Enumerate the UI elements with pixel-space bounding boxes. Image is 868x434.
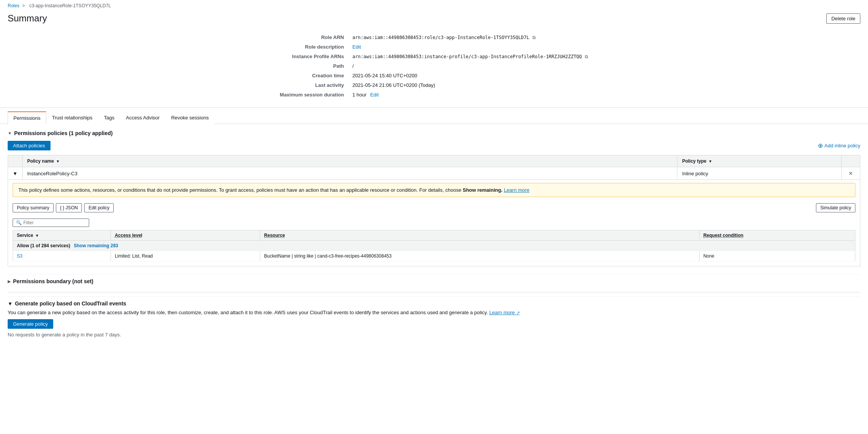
max-session-label: Maximum session duration: [277, 90, 349, 99]
filter-search-icon: 🔍: [16, 220, 22, 225]
policy-name-cell: InstanceRolePolicy-C3: [22, 167, 677, 180]
summary-row-arn: Role ARN arn:aws:iam::449806308453:role/…: [277, 33, 591, 42]
tabs: Permissions Trust relationships Tags Acc…: [8, 111, 860, 124]
policy-summary-button[interactable]: Policy summary: [13, 203, 54, 212]
cloudtrail-header[interactable]: ▼ Generate policy based on CloudTrail ev…: [8, 300, 853, 307]
policy-type-header: Policy type ▼: [677, 155, 842, 167]
breadcrumb: Roles > c3-app-InstanceRole-1TSOYY35QLD7…: [0, 0, 868, 11]
inner-service-cell: S3: [13, 251, 111, 261]
policy-warning-box: This policy defines some actions, resour…: [13, 183, 855, 197]
permissions-boundary-section: ▶ Permissions boundary (not set): [8, 274, 860, 288]
attach-policies-button[interactable]: Attach policies: [8, 141, 51, 150]
filter-input[interactable]: [23, 220, 85, 225]
permissions-toolbar: Attach policies ⊕ Add inline policy: [8, 141, 860, 150]
last-activity-value: 2021-05-24 21:06 UTC+0200 (Today): [349, 81, 591, 90]
creation-time-value: 2021-05-24 15:40 UTC+0200: [349, 71, 591, 80]
tab-permissions[interactable]: Permissions: [8, 111, 46, 124]
policy-expanded-row: This policy defines some actions, resour…: [8, 180, 860, 266]
policy-table: Policy name ▼ Policy type ▼ ▼ Insta: [8, 155, 860, 266]
breadcrumb-current: c3-app-InstanceRole-1TSOYY35QLD7L: [29, 3, 111, 8]
inner-resource-header: Resource: [260, 230, 700, 241]
summary-row-description: Role description Edit: [277, 42, 591, 51]
expand-col-header: [8, 155, 23, 167]
cloudtrail-chevron-icon: ▼: [8, 301, 13, 307]
tab-tags[interactable]: Tags: [98, 111, 120, 124]
inner-condition-header: Request condition: [699, 230, 855, 241]
creation-time-label: Creation time: [277, 71, 349, 80]
s3-service-link[interactable]: S3: [17, 253, 23, 259]
summary-section: Role ARN arn:aws:iam::449806308453:role/…: [0, 28, 868, 108]
main-content: ▼ Permissions policies (1 policy applied…: [0, 124, 868, 348]
inner-table-row: S3 Limited: List, Read BucketName | stri…: [13, 251, 855, 261]
max-session-value: 1 hour Edit: [349, 90, 591, 99]
path-value: /: [349, 62, 591, 70]
permissions-chevron-icon: ▼: [8, 131, 12, 135]
max-session-edit-link[interactable]: Edit: [370, 92, 379, 98]
tab-access-advisor[interactable]: Access Advisor: [120, 111, 165, 124]
copy-arn-icon[interactable]: ⧉: [532, 35, 536, 40]
summary-row-instance-profile: Instance Profile ARNs arn:aws:iam::44980…: [277, 52, 591, 61]
policy-expand-icon: ▼: [13, 171, 18, 176]
simulate-policy-button[interactable]: Simulate policy: [816, 203, 855, 212]
page-header: Summary Delete role: [0, 11, 868, 28]
role-description-edit-link[interactable]: Edit: [352, 44, 361, 50]
inner-service-sort-icon[interactable]: ▼: [35, 233, 39, 238]
inner-resource-cell: BucketName | string like | cand-c3-free-…: [260, 251, 700, 261]
policy-actions-left: Policy summary { } JSON Edit policy: [13, 203, 114, 212]
filter-section: 🔍: [8, 215, 860, 230]
edit-policy-button[interactable]: Edit policy: [84, 203, 114, 212]
policy-close-icon[interactable]: ✕: [846, 170, 855, 177]
cloudtrail-title: Generate policy based on CloudTrail even…: [15, 300, 126, 307]
policy-expanded-content: This policy defines some actions, resour…: [8, 180, 860, 266]
summary-row-session: Maximum session duration 1 hour Edit: [277, 90, 591, 99]
policy-type-cell: Inline policy: [677, 167, 842, 180]
external-link-icon: ↗: [516, 310, 520, 315]
policy-type-sort-icon[interactable]: ▼: [708, 159, 712, 163]
role-arn-value: arn:aws:iam::449806308453:role/c3-app-In…: [349, 33, 591, 42]
tabs-container: Permissions Trust relationships Tags Acc…: [0, 111, 868, 124]
inner-access-cell: Limited: List, Read: [111, 251, 260, 261]
tab-trust-relationships[interactable]: Trust relationships: [46, 111, 98, 124]
policy-row: ▼ InstanceRolePolicy-C3 Inline policy ✕: [8, 167, 860, 180]
permissions-section-header[interactable]: ▼ Permissions policies (1 policy applied…: [8, 130, 860, 136]
generate-policy-button[interactable]: Generate policy: [8, 319, 53, 329]
role-description-label: Role description: [277, 42, 349, 51]
filter-input-wrap: 🔍: [13, 219, 89, 227]
actions-col-header: [842, 155, 860, 167]
warning-bold: Show remaining.: [463, 187, 503, 193]
inner-table-header-row: Service ▼ Access level Resource Request …: [13, 230, 855, 241]
add-inline-plus-icon: ⊕: [818, 142, 823, 149]
allow-header-cell: Allow (1 of 284 services) Show remaining…: [13, 241, 855, 251]
breadcrumb-roles-link[interactable]: Roles: [8, 3, 20, 8]
summary-row-creation: Creation time 2021-05-24 15:40 UTC+0200: [277, 71, 591, 80]
summary-row-activity: Last activity 2021-05-24 21:06 UTC+0200 …: [277, 81, 591, 90]
inner-service-header: Service ▼: [13, 230, 111, 241]
page-title: Summary: [8, 13, 47, 24]
permissions-boundary-header[interactable]: ▶ Permissions boundary (not set): [8, 278, 853, 284]
cloudtrail-learn-more-link[interactable]: Learn more ↗: [489, 310, 520, 315]
summary-row-path: Path /: [277, 62, 591, 70]
path-label: Path: [277, 62, 349, 70]
inner-access-header: Access level: [111, 230, 260, 241]
add-inline-policy-link[interactable]: ⊕ Add inline policy: [818, 142, 860, 149]
inner-policy-table: Service ▼ Access level Resource Request …: [13, 230, 855, 261]
tab-revoke-sessions[interactable]: Revoke sessions: [165, 111, 214, 124]
show-remaining-link[interactable]: Show remaining 283: [74, 243, 118, 248]
policy-close-cell: ✕: [842, 167, 860, 180]
policy-table-header-row: Policy name ▼ Policy type ▼: [8, 155, 860, 167]
role-description-value: Edit: [349, 42, 591, 51]
policy-name-header: Policy name ▼: [22, 155, 677, 167]
policy-json-button[interactable]: { } JSON: [56, 203, 82, 212]
instance-profile-label: Instance Profile ARNs: [277, 52, 349, 61]
cloudtrail-description: You can generate a new policy based on t…: [8, 310, 853, 315]
last-activity-label: Last activity: [277, 81, 349, 90]
boundary-chevron-icon: ▶: [8, 279, 11, 284]
delete-role-button[interactable]: Delete role: [826, 13, 860, 24]
copy-instance-arn-icon[interactable]: ⧉: [585, 54, 588, 59]
policy-actions-bar: Policy summary { } JSON Edit policy Simu…: [8, 200, 860, 215]
breadcrumb-separator: >: [22, 3, 25, 8]
policy-name-sort-icon[interactable]: ▼: [56, 159, 60, 163]
role-arn-label: Role ARN: [277, 33, 349, 42]
warning-learn-more-link[interactable]: Learn more: [504, 187, 529, 193]
policy-row-expand[interactable]: ▼: [8, 167, 23, 180]
